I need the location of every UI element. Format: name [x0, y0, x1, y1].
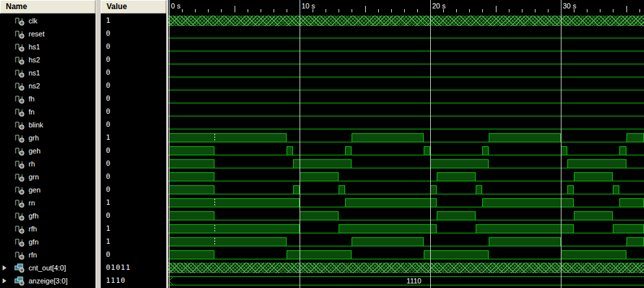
signal-row-blink[interactable]: blink [0, 118, 96, 131]
signal-name-label[interactable]: blink [29, 118, 44, 131]
signal-name-label[interactable]: gfh [29, 209, 38, 222]
signal-row-cnt-out-4-0[interactable]: cnt_out[4:0] [0, 261, 96, 274]
high-segment [561, 146, 567, 155]
ruler-tick-small [208, 9, 209, 12]
signal-bit-icon [14, 107, 25, 117]
signal-row-ns1[interactable]: ns1 [0, 66, 96, 79]
wave-row-grn[interactable] [168, 170, 644, 183]
signal-row-rfn[interactable]: rfn [0, 248, 96, 261]
wave-row-cnt-out-4-0[interactable] [168, 261, 644, 274]
name-column-header[interactable]: Name [0, 0, 96, 14]
signal-row-grn[interactable]: grn [0, 170, 96, 183]
time-cursor[interactable] [214, 238, 215, 246]
ruler-tick-small [195, 9, 196, 12]
ruler-tick-small [261, 9, 261, 12]
signal-value-row-grn: 0 [101, 170, 166, 183]
wave-row-hs2[interactable] [168, 53, 644, 66]
signal-row-grh[interactable]: grh [0, 131, 96, 144]
wave-row-anzeige-3-0[interactable]: 1110 [168, 274, 644, 287]
signal-name-label[interactable]: ns2 [29, 79, 40, 92]
signal-name-label[interactable]: clk [29, 14, 37, 27]
high-segment [352, 133, 424, 142]
wave-row-clk[interactable] [168, 14, 644, 27]
wave-row-grh[interactable] [168, 131, 644, 144]
signal-row-geh[interactable]: geh [0, 144, 96, 157]
signal-row-anzeige-3-0[interactable]: anzeige[3:0] [0, 274, 96, 287]
high-segment [169, 250, 214, 259]
signal-row-gfn[interactable]: gfn [0, 235, 96, 248]
ruler-tick-small [587, 9, 587, 12]
ruler-tick-small [221, 9, 222, 12]
signal-name-label[interactable]: rn [29, 196, 35, 209]
signal-name-label[interactable]: grn [29, 170, 39, 183]
signal-row-fn[interactable]: fn [0, 105, 96, 118]
waveform-area[interactable]: 0 s10 s20 s30 s 1110 [168, 0, 644, 288]
signal-row-gen[interactable]: gen [0, 183, 96, 196]
ruler-tick-small [482, 9, 483, 12]
signal-row-fh[interactable]: fh [0, 92, 96, 105]
signal-row-rn[interactable]: rn [0, 196, 96, 209]
wave-row-rfh[interactable] [168, 222, 644, 235]
high-segment [169, 133, 287, 142]
signal-row-rfh[interactable]: rfh [0, 222, 96, 235]
signal-row-reset[interactable]: reset [0, 27, 96, 40]
time-cursor[interactable] [214, 225, 215, 233]
signal-name-label[interactable]: gfn [29, 235, 38, 248]
signal-name-label[interactable]: ns1 [29, 66, 40, 79]
wave-row-fh[interactable] [168, 92, 644, 105]
signal-name-label[interactable]: gen [29, 183, 40, 196]
signal-name-label[interactable]: hs1 [29, 40, 40, 53]
high-segment [169, 211, 214, 220]
wave-row-hs1[interactable] [168, 40, 644, 53]
signal-name-label[interactable]: anzeige[3:0] [29, 274, 68, 287]
wave-row-ns1[interactable] [168, 66, 644, 79]
wave-row-rn[interactable] [168, 196, 644, 209]
low-baseline [168, 142, 644, 142]
signal-value-row-gfh: 0 [101, 209, 166, 222]
signal-name-label[interactable]: rh [29, 157, 35, 170]
signal-name-label[interactable]: reset [29, 27, 44, 40]
wave-row-gfh[interactable] [168, 209, 644, 222]
signal-name-label[interactable]: grh [29, 131, 39, 144]
wave-row-gfn[interactable] [168, 235, 644, 248]
signal-bit-icon [14, 55, 25, 65]
signal-row-gfh[interactable]: gfh [0, 209, 96, 222]
signal-bit-icon [14, 185, 25, 195]
signal-name-label[interactable]: cnt_out[4:0] [29, 261, 66, 274]
signal-row-hs2[interactable]: hs2 [0, 53, 96, 66]
wave-row-rh[interactable] [168, 157, 644, 170]
high-segment [437, 172, 476, 181]
wave-row-geh[interactable] [168, 144, 644, 157]
signal-row-hs1[interactable]: hs1 [0, 40, 96, 53]
signal-name-label[interactable]: fh [29, 92, 34, 105]
signal-row-clk[interactable]: clk [0, 14, 96, 27]
wave-row-rfn[interactable] [168, 248, 644, 261]
low-baseline [168, 168, 644, 168]
signal-name-label[interactable]: hs2 [29, 53, 40, 66]
high-segment [567, 185, 574, 194]
signal-row-rh[interactable]: rh [0, 157, 96, 170]
time-cursor[interactable] [214, 199, 215, 207]
expand-arrow-icon[interactable] [3, 265, 6, 270]
panel-splitter[interactable] [96, 0, 101, 288]
major-gridline [169, 0, 170, 288]
wave-row-gen[interactable] [168, 183, 644, 196]
signal-row-ns2[interactable]: ns2 [0, 79, 96, 92]
ruler-tick-small [326, 9, 326, 12]
wave-row-ns2[interactable] [168, 79, 644, 92]
signal-name-label[interactable]: rfn [29, 248, 37, 261]
signal-name-label[interactable]: geh [29, 144, 40, 157]
low-baseline [168, 207, 644, 207]
signal-name-label[interactable]: fn [29, 105, 34, 118]
expand-arrow-icon[interactable] [3, 278, 6, 283]
high-segment [169, 237, 287, 246]
high-segment [300, 211, 339, 220]
wave-row-reset[interactable] [168, 27, 644, 40]
signal-bit-icon [14, 172, 25, 182]
wave-row-fn[interactable] [168, 105, 644, 118]
value-column-header[interactable]: Value [101, 0, 166, 14]
signal-value-row-rn: 1 [101, 196, 166, 209]
signal-name-label[interactable]: rfh [29, 222, 37, 235]
time-cursor[interactable] [214, 134, 215, 142]
wave-row-blink[interactable] [168, 118, 644, 131]
